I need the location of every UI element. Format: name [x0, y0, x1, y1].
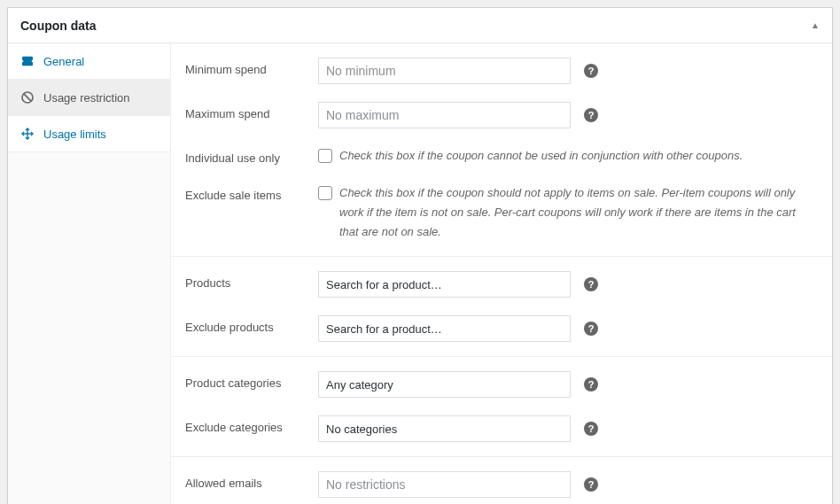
- exclude-products-select[interactable]: Search for a product…: [318, 315, 571, 342]
- row-individual-use: Individual use only Check this box if th…: [171, 137, 832, 174]
- row-minimum-spend: Minimum spend ?: [171, 49, 832, 93]
- help-icon[interactable]: ?: [584, 477, 598, 492]
- row-exclude-products: Exclude products Search for a product… ?: [171, 306, 832, 351]
- individual-use-checkbox[interactable]: [318, 149, 332, 163]
- label-exclude-categories: Exclude categories: [185, 415, 318, 434]
- resize-icon: [20, 127, 35, 141]
- help-icon[interactable]: ?: [584, 277, 598, 291]
- sidebar-item-usage-restriction[interactable]: Usage restriction: [8, 80, 170, 116]
- label-products: Products: [185, 271, 318, 290]
- help-icon[interactable]: ?: [584, 377, 598, 392]
- section-products: Products Search for a product… ? Exclude…: [171, 257, 832, 357]
- help-icon[interactable]: ?: [584, 422, 598, 436]
- help-icon[interactable]: ?: [584, 322, 598, 336]
- maximum-spend-input[interactable]: [318, 102, 571, 128]
- exclude-sale-checkbox[interactable]: [318, 186, 332, 200]
- minimum-spend-input[interactable]: [318, 58, 571, 84]
- products-select[interactable]: Search for a product…: [318, 271, 571, 298]
- sidebar-item-general[interactable]: General: [8, 43, 170, 80]
- individual-use-description: Check this box if the coupon cannot be u…: [339, 146, 751, 166]
- content: Minimum spend ? Maximum spend ? Individu…: [171, 43, 832, 504]
- coupon-data-panel: Coupon data ▲ General Usage restriction: [7, 7, 833, 504]
- allowed-emails-input[interactable]: [318, 471, 571, 498]
- ban-icon: [20, 90, 35, 105]
- panel-header[interactable]: Coupon data ▲: [8, 8, 832, 43]
- ticket-icon: [20, 54, 35, 68]
- collapse-icon: ▲: [811, 20, 820, 30]
- svg-line-1: [24, 94, 32, 102]
- panel-title: Coupon data: [20, 19, 97, 33]
- sidebar-item-label: Usage limits: [43, 128, 106, 141]
- row-maximum-spend: Maximum spend ?: [171, 93, 832, 137]
- label-maximum-spend: Maximum spend: [185, 102, 318, 120]
- section-categories: Product categories Any category ? Exclud…: [171, 357, 832, 457]
- section-spend: Minimum spend ? Maximum spend ? Individu…: [171, 43, 832, 257]
- label-minimum-spend: Minimum spend: [185, 58, 318, 76]
- row-exclude-categories: Exclude categories No categories ?: [171, 407, 832, 451]
- row-exclude-sale: Exclude sale items Check this box if the…: [171, 174, 832, 251]
- label-exclude-sale: Exclude sale items: [185, 183, 318, 202]
- label-exclude-products: Exclude products: [185, 315, 318, 334]
- product-categories-select[interactable]: Any category: [318, 371, 571, 398]
- sidebar-item-usage-limits[interactable]: Usage limits: [8, 116, 170, 152]
- panel-body: General Usage restriction Usage limits M…: [8, 43, 832, 504]
- label-individual-use: Individual use only: [185, 146, 318, 165]
- exclude-sale-description: Check this box if the coupon should not …: [339, 183, 814, 242]
- row-products: Products Search for a product… ?: [171, 262, 832, 306]
- sidebar-item-label: General: [43, 55, 84, 68]
- exclude-categories-select[interactable]: No categories: [318, 415, 571, 442]
- label-allowed-emails: Allowed emails: [185, 471, 318, 490]
- section-emails: Allowed emails ?: [171, 457, 832, 504]
- help-icon[interactable]: ?: [584, 108, 598, 122]
- help-icon[interactable]: ?: [584, 64, 598, 78]
- sidebar: General Usage restriction Usage limits: [8, 43, 171, 504]
- row-product-categories: Product categories Any category ?: [171, 362, 832, 407]
- label-product-categories: Product categories: [185, 371, 318, 390]
- sidebar-item-label: Usage restriction: [43, 91, 130, 105]
- row-allowed-emails: Allowed emails ?: [171, 462, 832, 504]
